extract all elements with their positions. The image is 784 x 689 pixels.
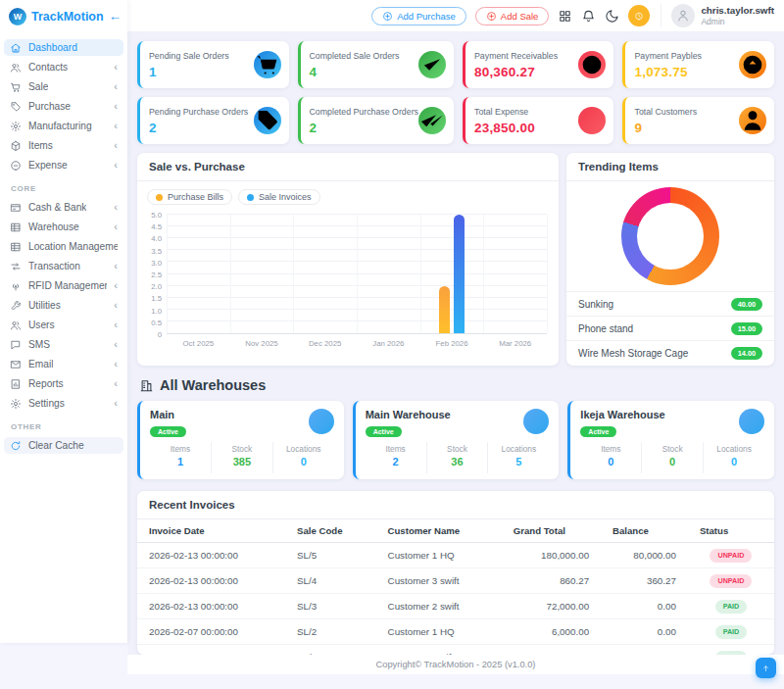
scroll-to-top-button[interactable]	[756, 658, 776, 678]
sidebar-item-purchase[interactable]: Purchase‹	[4, 98, 123, 115]
sidebar-item-label: Items	[28, 140, 53, 151]
report-icon	[10, 378, 22, 390]
warehouse-stat-items: Items1	[150, 442, 211, 473]
trending-item-wire-mesh-storage-cage: Wire Mesh Storage Cage14.00	[566, 340, 774, 365]
sidebar-item-cash-bank[interactable]: Cash & Bank‹	[4, 199, 123, 216]
sidebar-item-label: Email	[28, 359, 53, 369]
wrench-icon	[10, 300, 22, 312]
table-icon	[10, 221, 22, 233]
dark-mode-moon-icon[interactable]	[605, 9, 619, 24]
sidebar-item-reports[interactable]: Reports‹	[4, 375, 123, 392]
card-icon	[10, 202, 22, 214]
warehouse-status-badge: Active	[150, 426, 186, 437]
x-tick-label: Nov 2025	[230, 334, 294, 348]
rfid-icon	[10, 280, 22, 292]
tag-icon	[254, 107, 281, 134]
stat-value: 4	[310, 65, 400, 79]
apps-grid-icon[interactable]	[558, 9, 572, 24]
legend-item-purchase-bills[interactable]: Purchase Bills	[147, 189, 232, 205]
trending-item-value-badge: 14.00	[731, 347, 762, 360]
warehouse-avatar	[739, 409, 764, 434]
invoice-cell: 72,000.00	[502, 594, 601, 619]
add-purchase-button[interactable]: Add Purchase	[371, 7, 466, 25]
sidebar-item-email[interactable]: Email‹	[4, 356, 123, 372]
mail-icon	[10, 359, 22, 370]
stat-text: Pending Purchase Orders2	[149, 107, 248, 135]
invoice-cell: Customer 2 swift	[376, 594, 502, 619]
user-name: chris.taylor.swft	[701, 5, 774, 17]
person-icon	[739, 107, 766, 134]
user-profile[interactable]: chris.taylor.swft Admin	[661, 4, 774, 27]
invoice-cell: SL/5	[285, 543, 375, 568]
notifications-bell-icon[interactable]	[581, 9, 596, 24]
table-row-invoice-sl-5: 2026-02-13 00:00:00SL/5Customer 1 HQ180,…	[137, 543, 774, 568]
sidebar-item-contacts[interactable]: Contacts‹	[4, 59, 123, 75]
charts-row: Sale vs. Purchase Purchase BillsSale Inv…	[137, 153, 774, 366]
stat-card-total-expense: Total Expense23,850.00	[463, 97, 614, 144]
invoice-cell: 2026-02-13 00:00:00	[137, 568, 285, 594]
status-badge: PAID	[715, 625, 748, 639]
sidebar-item-warehouse[interactable]: Warehouse‹	[4, 219, 123, 235]
sidebar-item-items[interactable]: Items‹	[4, 137, 123, 154]
invoice-cell: SL/3	[285, 594, 375, 619]
sidebar-item-transaction[interactable]: Transaction‹	[4, 258, 123, 274]
legend-dot	[156, 194, 163, 201]
invoice-cell: 0.00	[601, 645, 688, 656]
invoices-table: Invoice DateSale CodeCustomer NameGrand …	[137, 519, 774, 655]
sidebar-item-sms[interactable]: SMS‹	[4, 336, 123, 353]
y-tick-label: 5.0	[151, 211, 162, 220]
main-content: Pending Sale Orders1Completed Sale Order…	[127, 32, 784, 655]
sidebar-item-dashboard[interactable]: Dashboard	[4, 39, 123, 56]
y-tick-label: 1.5	[151, 294, 162, 303]
sidebar-item-label: Contacts	[28, 62, 68, 73]
brand-name[interactable]: TrackMotion	[31, 10, 104, 24]
warehouse-card-info: MainActive	[150, 409, 186, 438]
clock-button[interactable]	[628, 5, 650, 26]
column-header-grand-total: Grand Total	[502, 519, 601, 543]
sidebar-item-sale[interactable]: Sale‹	[4, 78, 123, 95]
invoice-cell: Customer8swift	[376, 645, 502, 656]
sidebar-item-users[interactable]: Users‹	[4, 317, 123, 333]
invoice-cell: Customer 1 HQ	[376, 543, 502, 568]
stat-label: Pending Sale Orders	[149, 51, 229, 61]
brand-logo-icon[interactable]: W	[9, 8, 26, 25]
sidebar-collapse-icon[interactable]: ←	[109, 10, 122, 23]
sidebar-item-settings[interactable]: Settings‹	[4, 395, 123, 412]
x-tick-label: Dec 2025	[293, 334, 357, 348]
column-header-status: Status	[688, 519, 774, 543]
legend-item-sale-invoices[interactable]: Sale Invoices	[238, 189, 320, 205]
y-tick-label: 2.5	[151, 271, 162, 279]
warehouse-card-ikeja-warehouse: Ikeja WarehouseActiveItems0Stock0Locatio…	[567, 401, 774, 479]
warehouse-stat-stock: Stock385	[211, 442, 272, 473]
y-tick-label: 3.0	[151, 258, 162, 267]
sidebar-item-clear-cache[interactable]: Clear Cache	[4, 437, 123, 454]
chevron-left-icon: ‹	[114, 378, 118, 389]
sidebar-nav: DashboardContacts‹Sale‹Purchase‹Manufact…	[0, 32, 127, 454]
home-icon	[10, 42, 22, 54]
stat-text: Payment Receivables80,360.27	[474, 51, 558, 79]
warehouse-stat-locations: Locations0	[272, 442, 334, 473]
table-row-invoice-sl-4: 2026-02-13 00:00:00SL/4Customer 3 swift8…	[137, 568, 774, 594]
recent-invoices-card: Recent Invoices Invoice DateSale CodeCus…	[137, 491, 774, 655]
table-row-invoice-sl-1: 2026-02-07 00:00:00SL/1Customer8swift2,0…	[137, 645, 774, 656]
warehouse-stat-label: Stock	[212, 444, 272, 454]
sidebar-item-location-management[interactable]: Location Management	[4, 238, 123, 255]
warehouse-stat-locations: Locations5	[487, 442, 549, 473]
chevron-left-icon: ‹	[114, 320, 118, 330]
tag-icon	[10, 101, 22, 113]
sidebar-item-expense[interactable]: Expense‹	[4, 157, 123, 173]
y-tick-label: 4.5	[151, 222, 162, 231]
warehouse-stat-value: 0	[580, 456, 641, 468]
sidebar-item-manufacturing[interactable]: Manufacturing‹	[4, 118, 123, 134]
stat-label: Payment Paybles	[634, 51, 701, 61]
warehouse-avatar	[309, 409, 334, 434]
invoice-cell: 2026-02-13 00:00:00	[137, 543, 285, 568]
add-sale-button[interactable]: Add Sale	[475, 7, 550, 25]
stat-card-pending-sale-orders: Pending Sale Orders1	[137, 41, 289, 88]
sidebar-item-label: Purchase	[28, 101, 71, 112]
plus-circle-icon	[486, 11, 497, 22]
invoice-cell: 0.00	[601, 619, 688, 645]
sidebar-item-rfid-management[interactable]: RFID Management‹	[4, 277, 123, 294]
sidebar-item-utilities[interactable]: Utilities‹	[4, 297, 123, 314]
warehouse-stat-value: 36	[427, 456, 488, 468]
